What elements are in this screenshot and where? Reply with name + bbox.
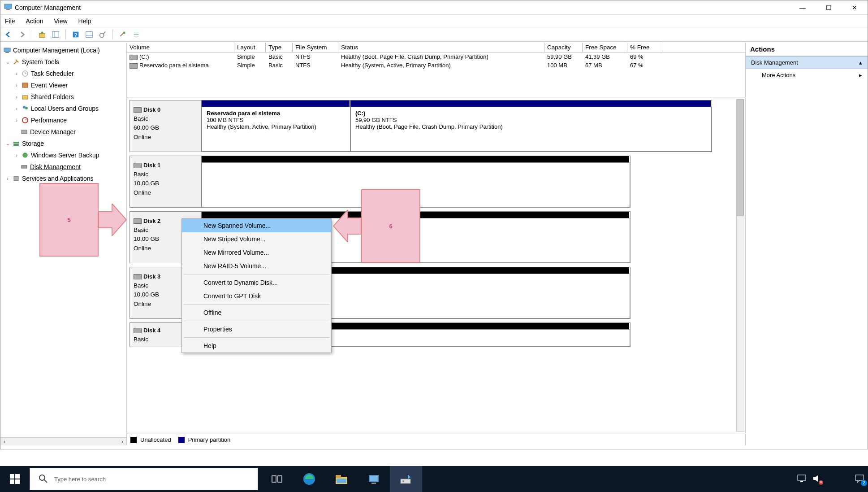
svg-rect-39	[278, 476, 282, 482]
col-filesystem[interactable]: File System	[293, 43, 338, 52]
menu-new-striped-volume[interactable]: New Striped Volume...	[182, 232, 331, 246]
backup-icon	[21, 151, 29, 159]
back-button[interactable]	[3, 29, 14, 40]
expand-icon[interactable]: ›	[14, 118, 19, 123]
svg-rect-2	[39, 33, 45, 37]
menu-new-raid5-volume[interactable]: New RAID-5 Volume...	[182, 259, 331, 273]
svg-point-9	[100, 33, 104, 37]
collapse-icon: ▴	[859, 59, 862, 66]
start-button[interactable]	[0, 466, 30, 492]
volume-row[interactable]: (C:) Simple Basic NTFS Healthy (Boot, Pa…	[127, 52, 745, 61]
maximize-button[interactable]: ☐	[816, 0, 842, 15]
settings-button[interactable]	[117, 29, 128, 40]
partition-c[interactable]: (C:)59,90 GB NTFSHealthy (Boot, Page Fil…	[350, 107, 712, 152]
help-button[interactable]: ?	[70, 29, 81, 40]
svg-text:?: ?	[74, 31, 77, 37]
disk-0[interactable]: Disk 0 Basic60,00 GBOnline Reservado par…	[130, 100, 712, 152]
tree-system-tools[interactable]: ⌄ System Tools	[0, 56, 126, 68]
list-button[interactable]	[131, 29, 142, 40]
search-box[interactable]: Type here to search	[30, 468, 258, 490]
svg-rect-42	[336, 475, 341, 478]
disk-icon	[20, 163, 28, 171]
menu-convert-dynamic[interactable]: Convert to Dynamic Disk...	[182, 276, 331, 289]
tree-event-viewer[interactable]: ›Event Viewer	[0, 79, 126, 91]
svg-rect-15	[4, 48, 10, 52]
collapse-icon[interactable]: ⌄	[5, 59, 10, 65]
svg-point-48	[402, 480, 404, 482]
menu-offline[interactable]: Offline	[182, 306, 331, 319]
menu-new-spanned-volume[interactable]: New Spanned Volume...	[182, 219, 331, 232]
svg-rect-43	[337, 479, 346, 483]
show-hide-tree-button[interactable]	[50, 29, 61, 40]
task-view-button[interactable]	[261, 466, 293, 492]
tree-local-users[interactable]: ›Local Users and Groups	[0, 103, 126, 114]
svg-point-29	[23, 153, 27, 157]
menu-separator	[184, 274, 329, 274]
tree-windows-backup[interactable]: ›Windows Server Backup	[0, 149, 126, 161]
tree-task-scheduler[interactable]: ›Task Scheduler	[0, 68, 126, 79]
tray-volume-icon[interactable]: ✕	[812, 475, 821, 484]
refresh-button[interactable]	[97, 29, 108, 40]
col-type[interactable]: Type	[266, 43, 293, 52]
volume-icon	[130, 63, 138, 69]
expand-icon[interactable]: ›	[14, 94, 19, 100]
tree-shared-folders[interactable]: ›Shared Folders	[0, 91, 126, 103]
menu-properties[interactable]: Properties	[182, 322, 331, 336]
detail-pane-button[interactable]	[84, 29, 95, 40]
taskbar-server-manager[interactable]	[358, 466, 390, 492]
col-free-space[interactable]: Free Space	[583, 43, 627, 52]
svg-rect-20	[22, 83, 28, 87]
svg-rect-30	[22, 165, 27, 168]
toolbar: ?	[0, 27, 868, 42]
callout-5: 5	[39, 183, 99, 257]
menu-convert-gpt[interactable]: Convert to GPT Disk	[182, 289, 331, 303]
menu-action[interactable]: Action	[26, 17, 43, 25]
search-icon	[38, 474, 48, 485]
menu-file[interactable]: File	[5, 17, 15, 25]
taskbar-edge[interactable]	[293, 466, 325, 492]
tree-storage[interactable]: ⌄Storage	[0, 138, 126, 149]
minimize-button[interactable]: —	[790, 0, 816, 15]
disk-0-info: Disk 0 Basic60,00 GBOnline	[130, 100, 202, 152]
volume-row[interactable]: Reservado para el sistema Simple Basic N…	[127, 61, 745, 70]
tree-disk-management[interactable]: Disk Management	[0, 161, 126, 173]
expand-icon[interactable]: ›	[14, 106, 19, 111]
tree-scrollbar[interactable]: ‹›	[0, 437, 126, 445]
svg-line-10	[104, 31, 106, 34]
volume-icon	[130, 55, 138, 60]
expand-icon[interactable]: ›	[14, 71, 19, 76]
app-icon	[4, 3, 12, 12]
menu-help[interactable]: Help	[78, 17, 91, 25]
expand-icon[interactable]: ›	[5, 176, 10, 181]
col-capacity[interactable]: Capacity	[544, 43, 583, 52]
computer-icon	[3, 46, 11, 54]
svg-line-37	[44, 480, 47, 483]
tree-root[interactable]: Computer Management (Local)	[0, 44, 126, 56]
taskbar-file-explorer[interactable]	[325, 466, 358, 492]
menu-new-mirrored-volume[interactable]: New Mirrored Volume...	[182, 246, 331, 259]
col-layout[interactable]: Layout	[234, 43, 266, 52]
disk-scrollbar[interactable]	[736, 99, 744, 432]
col-volume[interactable]: Volume	[127, 43, 234, 52]
legend-swatch-unallocated	[130, 437, 137, 443]
tree-device-manager[interactable]: Device Manager	[0, 126, 126, 138]
partition-reserved[interactable]: Reservado para el sistema100 MB NTFSHeal…	[202, 107, 350, 152]
tree-performance[interactable]: ›Performance	[0, 114, 126, 126]
col-pct-free[interactable]: % Free	[627, 43, 663, 52]
expand-icon[interactable]: ›	[14, 83, 19, 88]
tray-display-icon[interactable]	[797, 475, 806, 484]
menu-help[interactable]: Help	[182, 339, 331, 353]
close-button[interactable]: ✕	[842, 0, 868, 15]
svg-rect-35	[15, 479, 20, 484]
expand-icon[interactable]: ›	[14, 152, 19, 158]
actions-more[interactable]: More Actions▸	[746, 69, 868, 81]
menu-view[interactable]: View	[54, 17, 67, 25]
tray-notifications-icon[interactable]: 2	[855, 474, 864, 484]
taskbar-computer-management[interactable]	[390, 466, 422, 492]
col-status[interactable]: Status	[338, 43, 544, 52]
forward-button[interactable]	[17, 29, 27, 40]
actions-disk-management[interactable]: Disk Management▴	[746, 56, 868, 69]
collapse-icon[interactable]: ⌄	[5, 141, 10, 147]
clock-icon	[21, 70, 29, 78]
up-button[interactable]	[37, 29, 48, 40]
